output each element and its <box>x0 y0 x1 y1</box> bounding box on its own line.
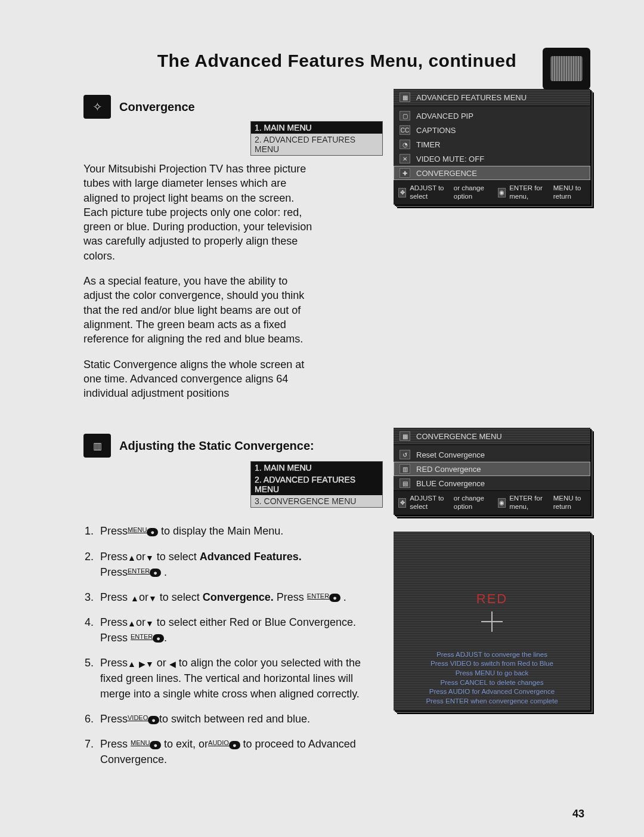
osd-item-selected: ▥RED Convergence <box>394 462 590 476</box>
page-corner-tv-icon <box>543 48 590 89</box>
list-item: Press MENU● to exit, orAUDIO● to proceed… <box>97 736 383 767</box>
breadcrumb: 1. MAIN MENU 2. ADVANCED FEATURES MENU <box>250 121 383 156</box>
remote-button-icon: ● <box>229 741 240 749</box>
mute-icon: ✕ <box>400 154 410 163</box>
down-arrow-icon: ▼ <box>145 658 154 670</box>
body-paragraph: Static Convergence aligns the whole scre… <box>83 357 316 401</box>
up-arrow-icon: ▲ <box>131 592 139 604</box>
reset-icon: ↺ <box>400 450 410 459</box>
list-item: Press▲or▼ to select Advanced Features. P… <box>97 549 383 580</box>
section-heading: Adjusting the Static Convergence: <box>119 439 314 453</box>
breadcrumb-item: 1. MAIN MENU <box>251 122 382 134</box>
convergence-icon: ✚ <box>400 168 410 178</box>
remote-button-icon: ● <box>150 741 161 749</box>
blue-icon: ▤ <box>400 478 410 488</box>
osd-footer: ✥ADJUST to selector change option ◉ENTER… <box>394 180 590 205</box>
up-arrow-icon: ▲ <box>128 617 136 629</box>
remote-button-icon: ● <box>329 594 340 602</box>
static-convergence-icon: ▥ <box>83 434 111 458</box>
osd-item: ◔TIMER <box>394 137 590 152</box>
remote-button-icon: ● <box>148 716 159 724</box>
page-number: 43 <box>572 808 584 820</box>
down-arrow-icon: ▼ <box>148 592 157 604</box>
page-title: The Advanced Features Menu, continued <box>83 51 590 71</box>
up-arrow-icon: ▲ <box>128 552 136 564</box>
list-item: Press▲ ▶▼ or ◀ to align the color you se… <box>97 655 383 702</box>
left-arrow-icon: ◀ <box>169 658 176 670</box>
red-screen-title: RED <box>394 591 590 607</box>
osd-footer: ✥ADJUST to selector change option ◉ENTER… <box>394 490 590 515</box>
tv-screenshot-red-convergence: RED Press ADJUST to converge the lines P… <box>394 532 590 711</box>
timer-icon: ◔ <box>400 140 410 149</box>
down-arrow-icon: ▼ <box>145 552 154 564</box>
breadcrumb-item: 2. ADVANCED FEATURES MENU <box>251 474 382 495</box>
breadcrumb-item: 1. MAIN MENU <box>251 462 382 474</box>
osd-item: ↺Reset Convergence <box>394 447 590 462</box>
menu-icon: ▦ <box>400 92 410 102</box>
body-paragraph: Your Mitsubishi Projection TV has three … <box>83 162 316 263</box>
cc-icon: CC <box>400 125 410 135</box>
menu-icon: ▦ <box>400 431 410 441</box>
tv-screenshot-advanced-features: ▦ADVANCED FEATURES MENU ▢ADVANCED PIP CC… <box>394 89 590 205</box>
body-paragraph: As a special feature, you have the abili… <box>83 274 316 346</box>
up-arrow-icon: ▲ <box>128 658 136 670</box>
osd-header: ADVANCED FEATURES MENU <box>416 93 527 102</box>
right-arrow-icon: ▶ <box>139 658 145 670</box>
osd-header: CONVERGENCE MENU <box>416 432 502 441</box>
breadcrumb: 1. MAIN MENU 2. ADVANCED FEATURES MENU 3… <box>250 461 383 508</box>
adjust-icon: ✥ <box>398 498 406 508</box>
osd-item: ▤BLUE Convergence <box>394 476 590 490</box>
osd-item-selected: ✚CONVERGENCE <box>394 166 590 180</box>
osd-item: ▢ADVANCED PIP <box>394 109 590 123</box>
convergence-icon: ✧ <box>83 95 111 119</box>
breadcrumb-item: 2. ADVANCED FEATURES MENU <box>251 134 382 155</box>
section-heading: Convergence <box>119 100 195 114</box>
pip-icon: ▢ <box>400 111 410 121</box>
remote-button-icon: ● <box>147 528 158 536</box>
osd-item: CCCAPTIONS <box>394 123 590 137</box>
red-screen-help-text: Press ADJUST to converge the lines Press… <box>402 650 582 706</box>
tv-screenshot-convergence-menu: ▦CONVERGENCE MENU ↺Reset Convergence ▥RE… <box>394 428 590 515</box>
enter-icon: ◉ <box>498 498 506 508</box>
red-icon: ▥ <box>400 464 410 474</box>
remote-button-icon: ● <box>150 569 161 577</box>
list-item: Press ▲or▼ to select Convergence. Press … <box>97 589 383 605</box>
osd-item: ✕VIDEO MUTE: OFF <box>394 152 590 166</box>
remote-button-icon: ● <box>153 634 164 643</box>
list-item: Press▲or▼ to select either Red or Blue C… <box>97 614 383 645</box>
instruction-list: PressMENU● to display the Main Menu. Pre… <box>83 523 383 767</box>
list-item: PressVIDEO●to switch between red and blu… <box>97 711 383 727</box>
list-item: PressMENU● to display the Main Menu. <box>97 523 383 539</box>
breadcrumb-item: 3. CONVERGENCE MENU <box>251 495 382 507</box>
down-arrow-icon: ▼ <box>145 617 154 629</box>
adjust-icon: ✥ <box>398 188 406 197</box>
enter-icon: ◉ <box>498 188 506 197</box>
